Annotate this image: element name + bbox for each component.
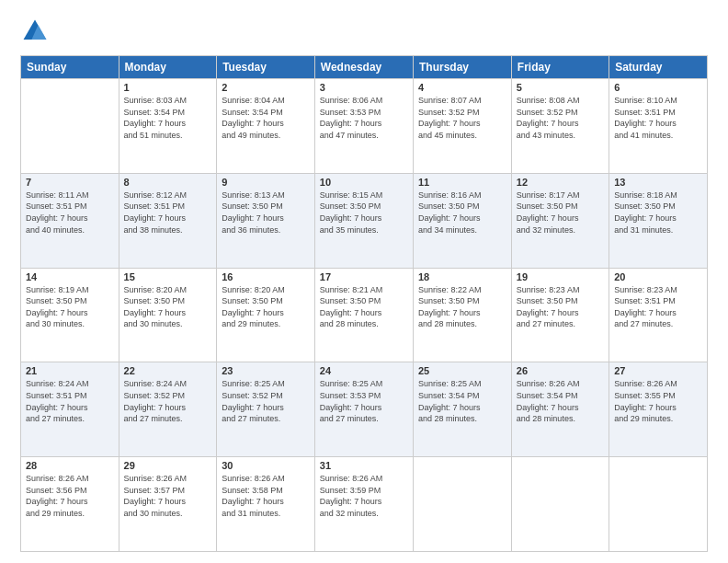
- day-info: Sunrise: 8:25 AM Sunset: 3:54 PM Dayligh…: [418, 378, 506, 424]
- day-info: Sunrise: 8:20 AM Sunset: 3:50 PM Dayligh…: [124, 284, 212, 330]
- calendar-cell: 2Sunrise: 8:04 AM Sunset: 3:54 PM Daylig…: [217, 79, 315, 174]
- day-number: 6: [614, 82, 702, 93]
- day-number: 29: [124, 460, 212, 471]
- day-number: 18: [418, 271, 506, 282]
- day-number: 14: [26, 271, 114, 282]
- day-number: 13: [614, 177, 702, 188]
- day-info: Sunrise: 8:22 AM Sunset: 3:50 PM Dayligh…: [418, 284, 506, 330]
- calendar-cell: 23Sunrise: 8:25 AM Sunset: 3:52 PM Dayli…: [217, 362, 315, 457]
- day-info: Sunrise: 8:03 AM Sunset: 3:54 PM Dayligh…: [124, 95, 212, 141]
- day-info: Sunrise: 8:25 AM Sunset: 3:53 PM Dayligh…: [320, 378, 408, 424]
- day-info: Sunrise: 8:26 AM Sunset: 3:54 PM Dayligh…: [517, 378, 604, 424]
- calendar-cell: 12Sunrise: 8:17 AM Sunset: 3:50 PM Dayli…: [511, 173, 609, 268]
- calendar-cell: 24Sunrise: 8:25 AM Sunset: 3:53 PM Dayli…: [314, 362, 413, 457]
- day-info: Sunrise: 8:19 AM Sunset: 3:50 PM Dayligh…: [26, 284, 114, 330]
- day-number: 22: [124, 365, 212, 376]
- day-number: 31: [320, 460, 408, 471]
- calendar-cell: 13Sunrise: 8:18 AM Sunset: 3:50 PM Dayli…: [609, 173, 708, 268]
- day-info: Sunrise: 8:23 AM Sunset: 3:50 PM Dayligh…: [517, 284, 604, 330]
- day-number: 5: [517, 82, 604, 93]
- col-thursday: Thursday: [414, 56, 512, 79]
- day-info: Sunrise: 8:21 AM Sunset: 3:50 PM Dayligh…: [320, 284, 408, 330]
- calendar-cell: 3Sunrise: 8:06 AM Sunset: 3:53 PM Daylig…: [314, 79, 413, 174]
- day-info: Sunrise: 8:16 AM Sunset: 3:50 PM Dayligh…: [418, 190, 506, 236]
- day-info: Sunrise: 8:26 AM Sunset: 3:59 PM Dayligh…: [320, 473, 408, 519]
- day-info: Sunrise: 8:26 AM Sunset: 3:56 PM Dayligh…: [26, 473, 114, 519]
- calendar-week-row: 21Sunrise: 8:24 AM Sunset: 3:51 PM Dayli…: [21, 362, 708, 457]
- calendar-cell: 15Sunrise: 8:20 AM Sunset: 3:50 PM Dayli…: [119, 268, 217, 362]
- logo: [20, 17, 53, 46]
- col-monday: Monday: [119, 56, 217, 79]
- page: Sunday Monday Tuesday Wednesday Thursday…: [0, 0, 728, 563]
- calendar-header-row: Sunday Monday Tuesday Wednesday Thursday…: [21, 56, 708, 79]
- calendar-cell: 29Sunrise: 8:26 AM Sunset: 3:57 PM Dayli…: [119, 457, 217, 552]
- calendar-cell: 19Sunrise: 8:23 AM Sunset: 3:50 PM Dayli…: [511, 268, 609, 362]
- calendar-cell: [609, 457, 708, 552]
- day-number: 15: [124, 271, 212, 282]
- calendar-cell: [511, 457, 609, 552]
- day-number: 21: [26, 365, 114, 376]
- day-info: Sunrise: 8:12 AM Sunset: 3:51 PM Dayligh…: [124, 190, 212, 236]
- day-info: Sunrise: 8:26 AM Sunset: 3:55 PM Dayligh…: [614, 378, 702, 424]
- calendar-cell: 26Sunrise: 8:26 AM Sunset: 3:54 PM Dayli…: [511, 362, 609, 457]
- day-number: 11: [418, 177, 506, 188]
- calendar-cell: 18Sunrise: 8:22 AM Sunset: 3:50 PM Dayli…: [414, 268, 512, 362]
- calendar-cell: 22Sunrise: 8:24 AM Sunset: 3:52 PM Dayli…: [119, 362, 217, 457]
- day-number: 24: [320, 365, 408, 376]
- day-info: Sunrise: 8:26 AM Sunset: 3:58 PM Dayligh…: [222, 473, 310, 519]
- calendar-cell: [414, 457, 512, 552]
- day-info: Sunrise: 8:11 AM Sunset: 3:51 PM Dayligh…: [26, 190, 114, 236]
- day-info: Sunrise: 8:18 AM Sunset: 3:50 PM Dayligh…: [614, 190, 702, 236]
- day-info: Sunrise: 8:08 AM Sunset: 3:52 PM Dayligh…: [517, 95, 604, 141]
- calendar-cell: 1Sunrise: 8:03 AM Sunset: 3:54 PM Daylig…: [119, 79, 217, 174]
- calendar-cell: 4Sunrise: 8:07 AM Sunset: 3:52 PM Daylig…: [414, 79, 512, 174]
- calendar-cell: 20Sunrise: 8:23 AM Sunset: 3:51 PM Dayli…: [609, 268, 708, 362]
- day-info: Sunrise: 8:13 AM Sunset: 3:50 PM Dayligh…: [222, 190, 310, 236]
- calendar-cell: 7Sunrise: 8:11 AM Sunset: 3:51 PM Daylig…: [21, 173, 119, 268]
- day-info: Sunrise: 8:26 AM Sunset: 3:57 PM Dayligh…: [124, 473, 212, 519]
- col-saturday: Saturday: [609, 56, 708, 79]
- calendar-cell: 6Sunrise: 8:10 AM Sunset: 3:51 PM Daylig…: [609, 79, 708, 174]
- day-number: 19: [517, 271, 604, 282]
- day-info: Sunrise: 8:15 AM Sunset: 3:50 PM Dayligh…: [320, 190, 408, 236]
- day-info: Sunrise: 8:07 AM Sunset: 3:52 PM Dayligh…: [418, 95, 506, 141]
- day-info: Sunrise: 8:17 AM Sunset: 3:50 PM Dayligh…: [517, 190, 604, 236]
- logo-icon: [20, 17, 50, 46]
- calendar-cell: 5Sunrise: 8:08 AM Sunset: 3:52 PM Daylig…: [511, 79, 609, 174]
- calendar-week-row: 7Sunrise: 8:11 AM Sunset: 3:51 PM Daylig…: [21, 173, 708, 268]
- calendar-cell: 21Sunrise: 8:24 AM Sunset: 3:51 PM Dayli…: [21, 362, 119, 457]
- day-number: 9: [222, 177, 310, 188]
- calendar-cell: 25Sunrise: 8:25 AM Sunset: 3:54 PM Dayli…: [414, 362, 512, 457]
- calendar-cell: 17Sunrise: 8:21 AM Sunset: 3:50 PM Dayli…: [314, 268, 413, 362]
- calendar-week-row: 28Sunrise: 8:26 AM Sunset: 3:56 PM Dayli…: [21, 457, 708, 552]
- day-number: 16: [222, 271, 310, 282]
- day-info: Sunrise: 8:20 AM Sunset: 3:50 PM Dayligh…: [222, 284, 310, 330]
- calendar-week-row: 1Sunrise: 8:03 AM Sunset: 3:54 PM Daylig…: [21, 79, 708, 174]
- day-number: 2: [222, 82, 310, 93]
- day-info: Sunrise: 8:23 AM Sunset: 3:51 PM Dayligh…: [614, 284, 702, 330]
- col-sunday: Sunday: [21, 56, 119, 79]
- day-number: 3: [320, 82, 408, 93]
- day-number: 4: [418, 82, 506, 93]
- calendar-cell: 16Sunrise: 8:20 AM Sunset: 3:50 PM Dayli…: [217, 268, 315, 362]
- day-number: 28: [26, 460, 114, 471]
- calendar-week-row: 14Sunrise: 8:19 AM Sunset: 3:50 PM Dayli…: [21, 268, 708, 362]
- day-number: 8: [124, 177, 212, 188]
- day-number: 12: [517, 177, 604, 188]
- col-wednesday: Wednesday: [314, 56, 413, 79]
- day-number: 10: [320, 177, 408, 188]
- col-tuesday: Tuesday: [217, 56, 315, 79]
- calendar-cell: 14Sunrise: 8:19 AM Sunset: 3:50 PM Dayli…: [21, 268, 119, 362]
- calendar-cell: 30Sunrise: 8:26 AM Sunset: 3:58 PM Dayli…: [217, 457, 315, 552]
- day-number: 30: [222, 460, 310, 471]
- calendar-cell: 8Sunrise: 8:12 AM Sunset: 3:51 PM Daylig…: [119, 173, 217, 268]
- calendar-cell: 31Sunrise: 8:26 AM Sunset: 3:59 PM Dayli…: [314, 457, 413, 552]
- day-number: 7: [26, 177, 114, 188]
- day-number: 20: [614, 271, 702, 282]
- calendar-cell: [21, 79, 119, 174]
- day-number: 23: [222, 365, 310, 376]
- col-friday: Friday: [511, 56, 609, 79]
- day-info: Sunrise: 8:24 AM Sunset: 3:51 PM Dayligh…: [26, 378, 114, 424]
- day-number: 27: [614, 365, 702, 376]
- day-info: Sunrise: 8:24 AM Sunset: 3:52 PM Dayligh…: [124, 378, 212, 424]
